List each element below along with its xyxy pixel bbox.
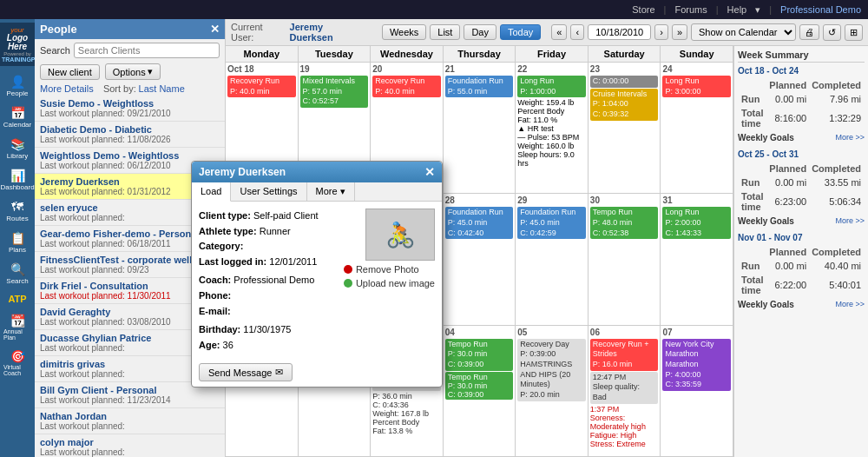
calendar-event[interactable]: Mixed Intervals P: 57.0 min C: 0:52:57: [300, 76, 369, 108]
sidebar-item-atp[interactable]: ATP: [2, 290, 33, 308]
calendar-event[interactable]: Cruise Intervals P: 1:04:00 C: 0:39:32: [590, 89, 659, 121]
calendar-event[interactable]: Long Run P: 1:00:00: [517, 76, 586, 97]
nav-routes-label: Routes: [6, 215, 28, 222]
calendar-event[interactable]: Foundation Run P: 55.0 min: [445, 76, 514, 97]
show-cal-select[interactable]: Show on Calendar: [691, 23, 796, 41]
calendar-event[interactable]: New York City Marathon Marathon P: 4:00:…: [662, 339, 731, 391]
weekly-goals-label: Weekly Goals: [738, 216, 794, 226]
calendar-event[interactable]: Recovery Run P: 40.0 min: [372, 76, 441, 97]
sidebar-item-routes[interactable]: 🗺 Routes: [2, 196, 33, 226]
sidebar-item-dashboard[interactable]: 📊 Dashboard: [2, 165, 33, 195]
nav-first-button[interactable]: «: [551, 24, 567, 40]
left-nav: your Logo Here Powered by TRAININGPEAKS …: [0, 19, 35, 457]
day-header: Sunday: [661, 46, 733, 62]
sidebar-item-people[interactable]: 👤 People: [2, 71, 33, 101]
calendar-cell[interactable]: 23C: 0:00:00Cruise Intervals P: 1:04:00 …: [589, 63, 661, 193]
email-row: E-mail:: [199, 304, 337, 320]
modal-footer: Send Message ✉: [192, 360, 442, 387]
modal-close-button[interactable]: ✕: [424, 165, 435, 179]
calendar-event[interactable]: Long Run P: 3:00:00: [662, 76, 731, 97]
view-day-button[interactable]: Day: [464, 24, 496, 40]
sidebar-search-area: Search: [35, 39, 225, 62]
refresh-button[interactable]: ↺: [823, 24, 841, 41]
search-input[interactable]: [74, 43, 220, 58]
sidebar-item-search[interactable]: 🔍 Search: [2, 259, 33, 288]
calendar-cell[interactable]: 04Tempo Run P: 30.0 min C: 0:39:00Tempo …: [444, 326, 516, 456]
tab-load[interactable]: Load: [192, 182, 231, 202]
view-list-button[interactable]: List: [430, 24, 460, 40]
list-item[interactable]: Susie Demo - WeightlossLast workout plan…: [35, 96, 225, 122]
view-weeks-button[interactable]: Weeks: [382, 24, 426, 40]
help-link[interactable]: Help: [727, 4, 747, 15]
new-client-button[interactable]: New client: [40, 64, 100, 80]
calendar-cell[interactable]: 06Recovery Run + Strides P: 16.0 min12:4…: [589, 326, 661, 456]
calendar-event[interactable]: Tempo Run P: 48.0 min C: 0:52:38: [590, 207, 659, 239]
sidebar-item-calendar[interactable]: 📅 Calendar: [2, 103, 33, 132]
send-message-button[interactable]: Send Message ✉: [199, 363, 293, 381]
client-date: Last workout planned:: [40, 447, 220, 457]
sidebar-item-annualplan[interactable]: 📆 Annual Plan: [2, 310, 33, 344]
calendar-event[interactable]: Foundation Run P: 45.0 min C: 0:42:59: [517, 207, 586, 239]
calendar-toolbar: Current User: Jeremy Duerksen Weeks List…: [226, 19, 868, 46]
calendar-cell[interactable]: 28Foundation Run P: 45.0 min C: 0:42:40: [444, 194, 516, 324]
modal-header: Jeremy Duerksen ✕: [192, 162, 442, 182]
goals-more-link[interactable]: More >>: [835, 216, 865, 226]
options-button[interactable]: Options ▾: [105, 63, 161, 80]
nav-next-button[interactable]: ›: [654, 24, 668, 40]
calendar-event[interactable]: Recovery Run P: 40.0 min: [227, 76, 296, 97]
view-today-button[interactable]: Today: [500, 24, 541, 40]
sidebar-item-virtualcoach[interactable]: 🎯 Virtual Coach: [2, 346, 33, 380]
goals-more-link[interactable]: More >>: [835, 133, 865, 142]
calendar-cell[interactable]: 21Foundation Run P: 55.0 min: [444, 63, 516, 193]
calendar-event[interactable]: Tempo Run P: 30.0 min C: 0:39:00: [445, 372, 514, 400]
store-link[interactable]: Store: [632, 4, 654, 15]
calendar-event[interactable]: Recovery Run + Strides P: 16.0 min: [590, 339, 659, 371]
forums-link[interactable]: Forums: [674, 4, 707, 15]
calendar-event[interactable]: Tempo Run P: 30.0 min C: 0:39:00: [445, 339, 514, 371]
calendar-event[interactable]: 12:47 PM Sleep quality: Bad: [590, 372, 659, 404]
calendar-event[interactable]: Recovery Day P: 0:39:00 HAMSTRINGS AND H…: [517, 339, 586, 401]
table-row: Run0.00 mi7.96 mi: [740, 93, 863, 105]
goals-more-link[interactable]: More >>: [835, 300, 865, 309]
sidebar-close-button[interactable]: ✕: [210, 23, 220, 36]
calendar-cell[interactable]: 22Long Run P: 1:00:00Weight: 159.4 lbPer…: [516, 63, 589, 193]
calendar-cell[interactable]: 31Long Run P: 2:00:00 C: 1:43:33: [661, 194, 733, 324]
list-item[interactable]: colyn majorLast workout planned:: [35, 434, 225, 457]
remove-photo-button[interactable]: Remove Photo: [344, 264, 435, 275]
more-details-link[interactable]: More Details: [40, 83, 94, 94]
tab-user-settings[interactable]: User Settings: [231, 182, 306, 201]
calendar-event[interactable]: Foundation Run P: 45.0 min C: 0:42:40: [445, 207, 514, 239]
summary-range: Oct 18 - Oct 24: [738, 66, 865, 76]
client-name: Nathan Jordan: [40, 411, 220, 421]
date-display[interactable]: 10/18/2010: [588, 24, 651, 40]
library-icon: 📚: [10, 137, 25, 151]
demo-link[interactable]: Professional Demo: [780, 4, 861, 15]
client-date: Last workout planned:: [40, 421, 220, 431]
nav-search-label: Search: [6, 277, 28, 285]
day-header: Tuesday: [299, 46, 372, 62]
upload-photo-button[interactable]: Upload new image: [344, 278, 435, 288]
client-date: Last workout planned: 09/21/2010: [40, 109, 220, 118]
nav-last-button[interactable]: »: [672, 24, 687, 40]
cell-date: 28: [445, 195, 514, 205]
client-name: Susie Demo - Weightloss: [40, 98, 220, 109]
tab-more[interactable]: More ▾: [307, 182, 355, 201]
sort-field-link[interactable]: Last Name: [139, 83, 185, 94]
calendar-cell[interactable]: 07New York City Marathon Marathon P: 4:0…: [661, 326, 733, 456]
calendar-cell[interactable]: 05Recovery Day P: 0:39:00 HAMSTRINGS AND…: [516, 326, 589, 456]
calendar-cell[interactable]: 29Foundation Run P: 45.0 min C: 0:42:59: [516, 194, 589, 324]
calendar-event[interactable]: C: 0:00:00: [590, 76, 659, 88]
sidebar-item-plans[interactable]: 📋 Plans: [2, 228, 33, 257]
calendar-cell[interactable]: 30Tempo Run P: 48.0 min C: 0:52:38: [589, 194, 661, 324]
weekly-goals-label: Weekly Goals: [738, 300, 794, 309]
calendar-cell[interactable]: 24Long Run P: 3:00:00: [661, 63, 733, 193]
grid-button[interactable]: ⊞: [845, 24, 863, 41]
list-item[interactable]: Diabetic Demo - DiabeticLast workout pla…: [35, 122, 225, 148]
print-button[interactable]: 🖨: [799, 24, 819, 40]
calendar-event[interactable]: Long Run P: 2:00:00 C: 1:43:33: [662, 207, 731, 239]
client-date: Last workout planned: 11/08/2026: [40, 135, 220, 144]
list-item[interactable]: Nathan JordanLast workout planned:: [35, 408, 225, 434]
sidebar-item-library[interactable]: 📚 Library: [2, 134, 33, 163]
nav-prev-button[interactable]: ‹: [570, 24, 584, 40]
summary-table: PlannedCompletedRun0.00 mi40.40 miTotal …: [738, 244, 865, 298]
